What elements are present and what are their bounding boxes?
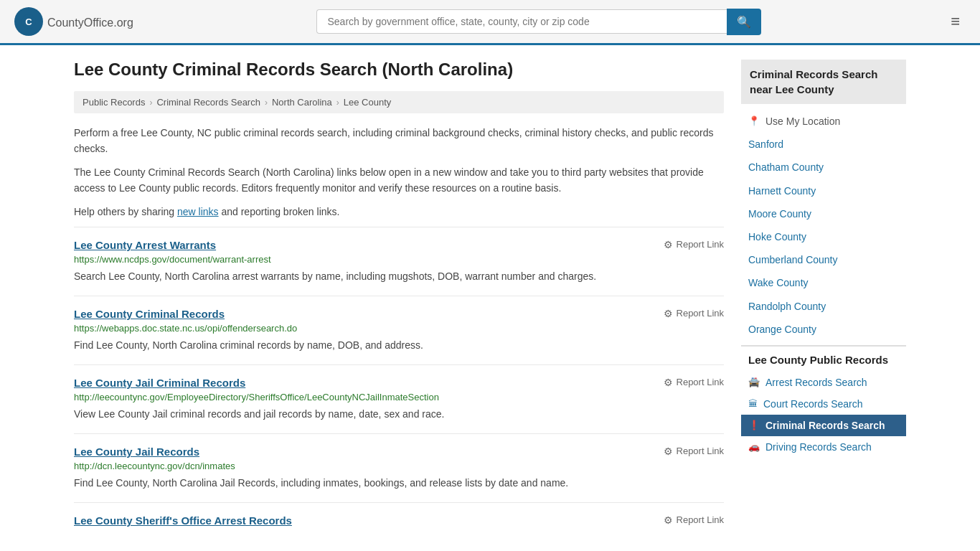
page-title: Lee County Criminal Records Search (Nort… (74, 60, 724, 80)
description-para1: Perform a free Lee County, NC public cri… (74, 125, 724, 157)
record-description: View Lee County Jail criminal records an… (74, 407, 724, 422)
site-header: C CountyOffice.org 🔍 ≡ (0, 0, 980, 45)
record-description: Find Lee County, North Carolina criminal… (74, 338, 724, 353)
menu-button[interactable]: ≡ (945, 9, 966, 34)
nearby-link[interactable]: Orange County (741, 318, 906, 341)
record-url: https://webapps.doc.state.nc.us/opi/offe… (74, 323, 724, 334)
public-records-link-label: Arrest Records Search (765, 377, 867, 388)
report-link-button[interactable]: ⚙ Report Link (664, 377, 724, 388)
breadcrumb-public-records[interactable]: Public Records (83, 97, 145, 108)
record-header: Lee County Sheriff's Office Arrest Recor… (74, 514, 724, 527)
pin-icon: 📍 (748, 116, 760, 128)
public-records-link-icon: 🚗 (748, 441, 760, 452)
report-icon: ⚙ (664, 446, 673, 457)
description-para2: The Lee County Criminal Records Search (… (74, 164, 724, 197)
breadcrumb-north-carolina[interactable]: North Carolina (272, 97, 332, 108)
svg-text:C: C (25, 17, 32, 27)
report-link-button[interactable]: ⚙ Report Link (664, 446, 724, 457)
hamburger-icon: ≡ (951, 12, 960, 30)
report-link-label: Report Link (677, 446, 724, 456)
report-link-button[interactable]: ⚙ Report Link (664, 239, 724, 250)
breadcrumb-criminal-records-search[interactable]: Criminal Records Search (156, 97, 260, 108)
nearby-link[interactable]: Randolph County (741, 295, 906, 318)
breadcrumb-lee-county: Lee County (344, 97, 392, 108)
use-location-label: Use My Location (765, 115, 840, 128)
record-header: Lee County Jail Criminal Records ⚙ Repor… (74, 377, 724, 389)
nearby-link[interactable]: Wake County (741, 271, 906, 294)
report-icon: ⚙ (664, 239, 673, 250)
record-item: Lee County Criminal Records ⚙ Report Lin… (74, 296, 724, 364)
record-title[interactable]: Lee County Jail Criminal Records (74, 377, 245, 389)
nearby-section-title: Criminal Records Search near Lee County (741, 60, 906, 104)
report-icon: ⚙ (664, 377, 673, 388)
record-url: http://dcn.leecountync.gov/dcn/inmates (74, 461, 724, 471)
search-button[interactable]: 🔍 (727, 9, 761, 35)
record-description: Search Lee County, North Carolina arrest… (74, 269, 724, 284)
description-para3: Help others by sharing new links and rep… (74, 204, 724, 220)
public-records-links: 🚔 Arrest Records Search 🏛 Court Records … (741, 372, 906, 458)
report-link-label: Report Link (677, 514, 724, 525)
public-records-link[interactable]: 🚗 Driving Records Search (741, 436, 906, 458)
record-description: Find Lee County, North Carolina Jail Rec… (74, 476, 724, 491)
logo[interactable]: C CountyOffice.org (14, 7, 133, 36)
search-icon: 🔍 (737, 16, 751, 28)
public-records-link[interactable]: 🏛 Court Records Search (741, 393, 906, 415)
sidebar: Criminal Records Search near Lee County … (741, 60, 906, 541)
record-item: Lee County Arrest Warrants ⚙ Report Link… (74, 227, 724, 296)
nearby-link[interactable]: Hoke County (741, 225, 906, 248)
nearby-links: SanfordChatham CountyHarnett CountyMoore… (741, 133, 906, 341)
record-header: Lee County Criminal Records ⚙ Report Lin… (74, 308, 724, 320)
public-records-link[interactable]: 🚔 Arrest Records Search (741, 372, 906, 393)
main-container: Lee County Criminal Records Search (Nort… (60, 45, 920, 551)
public-records-link[interactable]: ❗ Criminal Records Search (741, 415, 906, 436)
record-title[interactable]: Lee County Criminal Records (74, 308, 225, 320)
report-link-label: Report Link (677, 308, 724, 319)
record-title[interactable]: Lee County Arrest Warrants (74, 239, 216, 251)
public-records-link-icon: 🚔 (748, 377, 760, 387)
nearby-link[interactable]: Cumberland County (741, 248, 906, 271)
nearby-link[interactable]: Harnett County (741, 179, 906, 202)
public-records-link-label: Court Records Search (763, 398, 863, 410)
public-records-link-label: Driving Records Search (765, 441, 872, 453)
logo-icon: C (14, 7, 43, 36)
search-input[interactable] (316, 9, 727, 34)
content-area: Lee County Criminal Records Search (Nort… (74, 60, 724, 541)
record-header: Lee County Jail Records ⚙ Report Link (74, 446, 724, 458)
record-header: Lee County Arrest Warrants ⚙ Report Link (74, 239, 724, 251)
use-my-location-link[interactable]: 📍 Use My Location (741, 110, 906, 133)
new-links-link[interactable]: new links (177, 206, 219, 217)
public-records-link-icon: 🏛 (748, 398, 758, 409)
logo-text: CountyOffice.org (47, 14, 133, 30)
report-link-button[interactable]: ⚙ Report Link (664, 514, 724, 526)
nearby-link[interactable]: Sanford (741, 133, 906, 156)
record-item: Lee County Jail Records ⚙ Report Link ht… (74, 433, 724, 502)
record-url: https://www.ncdps.gov/document/warrant-a… (74, 254, 724, 265)
report-link-label: Report Link (677, 239, 724, 250)
report-link-label: Report Link (677, 377, 724, 387)
report-icon: ⚙ (664, 514, 673, 526)
report-link-button[interactable]: ⚙ Report Link (664, 308, 724, 319)
record-title[interactable]: Lee County Sheriff's Office Arrest Recor… (74, 514, 292, 527)
record-item: Lee County Jail Criminal Records ⚙ Repor… (74, 364, 724, 433)
public-records-section-title: Lee County Public Records (741, 345, 906, 372)
record-item: Lee County Sheriff's Office Arrest Recor… (74, 502, 724, 541)
public-records-link-icon: ❗ (748, 420, 760, 430)
nearby-link[interactable]: Chatham County (741, 156, 906, 179)
record-url: http://leecountync.gov/EmployeeDirectory… (74, 392, 724, 402)
nearby-link[interactable]: Moore County (741, 202, 906, 225)
record-title[interactable]: Lee County Jail Records (74, 446, 199, 458)
public-records-link-label: Criminal Records Search (765, 420, 885, 431)
search-area: 🔍 (316, 9, 761, 35)
breadcrumb: Public Records › Criminal Records Search… (74, 91, 724, 113)
records-list: Lee County Arrest Warrants ⚙ Report Link… (74, 227, 724, 541)
report-icon: ⚙ (664, 308, 673, 319)
